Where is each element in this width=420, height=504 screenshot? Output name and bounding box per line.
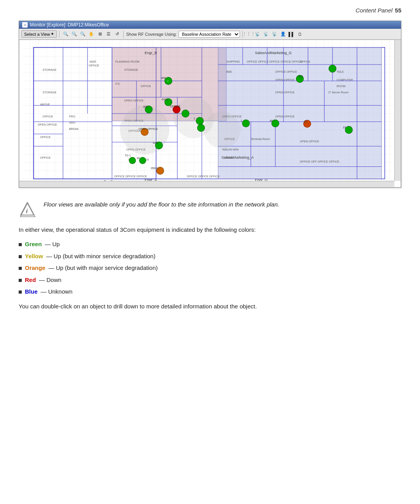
svg-text:OFFICE OFF OFFICE OFFICE: OFFICE OFF OFFICE OFFICE [300, 160, 339, 163]
bullet-marker-blue [19, 290, 22, 294]
svg-text:406: 406 [143, 105, 148, 108]
select-view-label: Select a View [24, 32, 50, 37]
rf-coverage-dropdown[interactable]: Baseline Association Rate [178, 31, 240, 38]
show-rf-label: Show RF Coverage Using: [126, 32, 177, 37]
svg-text:STORAGE: STORAGE [43, 68, 57, 72]
svg-text:OFFICE OFFICE OFFICE: OFFICE OFFICE OFFICE [114, 175, 147, 178]
toolbar-sep-1 [59, 31, 60, 38]
svg-text:SHIPPING: SHIPPING [226, 60, 240, 63]
svg-text:316: 316 [298, 75, 303, 78]
svg-text:LOBBY: LOBBY [224, 156, 234, 159]
svg-point-164 [345, 126, 353, 134]
color-bullet-list: Green — Up Yellow — Up (but with minor s… [19, 240, 401, 296]
svg-point-158 [242, 120, 250, 127]
antenna-icon-3[interactable]: 📡 [271, 30, 278, 38]
svg-text:ROOM: ROOM [337, 84, 346, 88]
svg-text:46: 46 [270, 119, 273, 122]
color-desc-yellow: — Up (but with minor service degradation… [46, 252, 156, 261]
grid-view-icon[interactable]: ⊞ [96, 30, 104, 38]
bullet-marker-yellow [19, 255, 22, 258]
svg-text:ITS: ITS [115, 82, 120, 86]
svg-text:PRO: PRO [69, 115, 75, 119]
color-label-blue: Blue [25, 287, 38, 296]
info-note-text: Floor views are available only if you ad… [44, 200, 279, 209]
content-area: ⊙ Monitor [Explore]: DMP12:MikesOffice S… [0, 17, 420, 332]
svg-text:OFFICE OFFICE: OFFICE OFFICE [275, 70, 297, 74]
list-view-icon[interactable]: ☰ [105, 30, 112, 38]
svg-text:OPEN OFFICE: OPEN OFFICE [300, 140, 319, 143]
color-desc-green: — Up [45, 240, 60, 249]
app-window: ⊙ Monitor [Explore]: DMP12:MikesOffice S… [19, 21, 401, 188]
toolbar-zoom-icons: 🔍 🔍 🔍 ✋ ⊞ ☰ ↺ [62, 30, 121, 38]
bullet-yellow: Yellow — Up (but with minor service degr… [19, 252, 401, 261]
svg-text:OPEN OFFICE: OPEN OFFICE [138, 127, 158, 131]
svg-text:○: ○ [167, 79, 169, 83]
body-intro: In either view, the operational status o… [19, 225, 401, 234]
color-desc-red: — Down [39, 276, 61, 285]
color-label-orange: Orange [25, 264, 46, 273]
toolbar: Select a View ✦ 🔍 🔍 🔍 ✋ ⊞ ☰ ↺ Show RF Co… [19, 29, 401, 40]
title-bar: ⊙ Monitor [Explore]: DMP12:MikesOffice [19, 21, 401, 29]
svg-text:BREAK: BREAK [69, 127, 79, 131]
svg-text:OPEN OFFICE: OPEN OFFICE [38, 123, 57, 127]
bullet-marker-green [19, 243, 22, 246]
chart-icon[interactable]: ▌▌ [288, 30, 296, 38]
floor-plan-container[interactable]: Engr_B SalesAndMarketing_G Engr_A Engr_G… [19, 40, 401, 187]
select-view-button[interactable]: Select a View ✦ [21, 30, 57, 38]
svg-text:19: 19 [343, 126, 346, 129]
select-view-icon: ✦ [51, 32, 54, 37]
antenna-icon-1[interactable]: 📡 [254, 30, 261, 38]
info-icon: i [19, 200, 36, 217]
bullet-blue: Blue — Unknown [19, 287, 401, 296]
color-label-red: Red [25, 276, 36, 285]
table-icon[interactable]: 🗋 [296, 30, 304, 38]
svg-text:OFFICE: OFFICE [40, 135, 51, 139]
zoom-out-icon[interactable]: 🔍 [70, 30, 78, 38]
svg-text:6411: 6411 [162, 98, 168, 101]
svg-point-155 [197, 124, 205, 131]
svg-text:18: 18 [136, 156, 140, 160]
refresh-icon[interactable]: ↺ [113, 30, 121, 38]
svg-text:TELE: TELE [337, 70, 344, 74]
svg-text:i: i [26, 208, 28, 214]
color-desc-blue: — Unknown [41, 287, 73, 296]
svg-text:IT Server Room: IT Server Room [329, 91, 349, 94]
color-label-green: Green [25, 240, 42, 249]
dots-icon[interactable]: ⋮⋮⋮ [245, 30, 253, 38]
user-icon[interactable]: 👤 [279, 30, 287, 38]
svg-point-149 [182, 110, 189, 117]
floor-plan-svg: Engr_B SalesAndMarketing_G Engr_A Engr_G… [19, 40, 401, 187]
zoom-in-icon[interactable]: 🔍 [62, 30, 70, 38]
svg-point-184 [139, 157, 146, 164]
bullet-orange: Orange — Up (but with major service degr… [19, 264, 401, 273]
svg-text:MIZE: MIZE [89, 60, 96, 63]
zoom-fit-icon[interactable]: 🔍 [79, 30, 87, 38]
svg-text:OFFICE: OFFICE [89, 64, 99, 67]
svg-point-141 [204, 112, 241, 149]
svg-marker-188 [20, 203, 35, 217]
scrollbar-bottom[interactable] [19, 181, 394, 187]
svg-text:OFFICE: OFFICE [170, 105, 180, 108]
antenna-icon-2[interactable]: 📡 [262, 30, 270, 38]
page-header: Content Panel 55 [0, 0, 420, 17]
svg-point-153 [196, 117, 203, 124]
svg-point-183 [129, 157, 136, 164]
bullet-marker-red [19, 279, 22, 282]
app-icon: ⊙ [22, 22, 28, 28]
svg-text:OPEN OFFICE: OPEN OFFICE [275, 115, 295, 119]
svg-text:STORAGE: STORAGE [43, 91, 57, 94]
svg-text:OPEN OFFICE: OPEN OFFICE [275, 78, 295, 82]
svg-text:OFFICE OFFICE OFFICE: OFFICE OFFICE OFFICE [187, 175, 220, 178]
svg-text:SalesAndMarketing_G: SalesAndMarketing_G [255, 51, 292, 55]
svg-text:OPEN OFFICE: OPEN OFFICE [124, 99, 144, 102]
svg-text:ABOVE: ABOVE [40, 103, 50, 106]
scrollbar-right[interactable] [394, 40, 401, 181]
svg-text:05611: 05611 [151, 166, 159, 170]
svg-text:446: 446 [153, 141, 158, 145]
color-desc-orange: — Up (but with major service degradation… [49, 264, 158, 273]
svg-text:OFFICE: OFFICE [141, 84, 151, 88]
svg-text:1: 1 [241, 119, 242, 122]
color-label-yellow: Yellow [25, 252, 43, 261]
bullet-marker-orange [19, 267, 22, 270]
hand-tool-icon[interactable]: ✋ [88, 30, 95, 38]
